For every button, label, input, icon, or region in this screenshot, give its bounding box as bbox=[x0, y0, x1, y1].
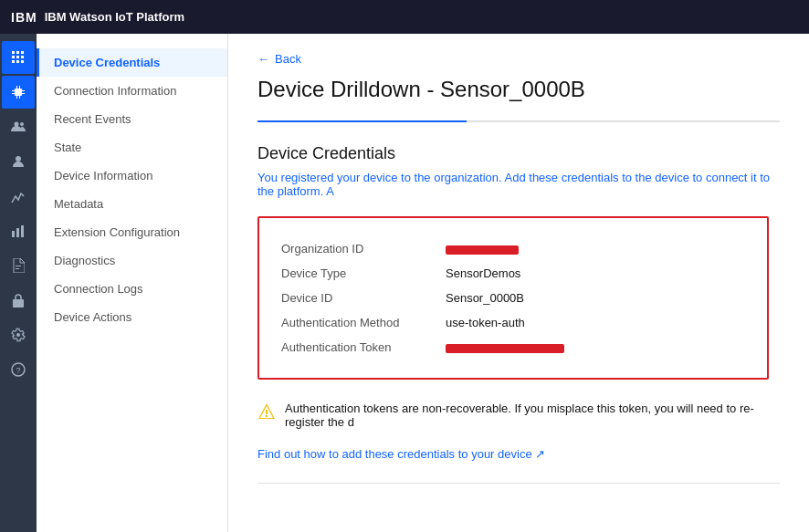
sidebar-item-recent-events[interactable]: Recent Events bbox=[37, 105, 227, 133]
svg-rect-17 bbox=[22, 93, 25, 94]
svg-rect-1 bbox=[16, 51, 19, 54]
main-layout: ? Device Credentials Connection Informat… bbox=[0, 34, 809, 532]
nav-sidebar: Device Credentials Connection Informatio… bbox=[37, 34, 228, 532]
svg-rect-4 bbox=[16, 56, 19, 58]
svg-point-27 bbox=[17, 303, 20, 306]
svg-rect-9 bbox=[15, 89, 22, 96]
svg-rect-13 bbox=[19, 96, 20, 99]
sidebar-item-connection-logs[interactable]: Connection Logs bbox=[37, 275, 227, 303]
cred-row-org-id: Organization ID bbox=[281, 236, 745, 261]
svg-rect-8 bbox=[21, 60, 24, 63]
warning-block: Authentication tokens are non-recoverabl… bbox=[257, 402, 780, 429]
warning-text: Authentication tokens are non-recoverabl… bbox=[285, 402, 780, 429]
cred-row-auth-method: Authentication Method use-token-auth bbox=[281, 310, 745, 335]
sidebar-item-state[interactable]: State bbox=[37, 133, 227, 162]
svg-rect-2 bbox=[21, 51, 24, 54]
cred-value-device-id: Sensor_0000B bbox=[446, 291, 524, 305]
sidebar-item-device-information[interactable]: Device Information bbox=[37, 162, 227, 190]
svg-rect-11 bbox=[19, 86, 20, 89]
cred-value-auth-method: use-token-auth bbox=[446, 316, 525, 329]
svg-rect-24 bbox=[16, 266, 21, 266]
cred-label-device-type: Device Type bbox=[281, 266, 446, 280]
cred-label-auth-token: Authentication Token bbox=[281, 340, 446, 354]
sidebar-icon-chip[interactable] bbox=[2, 76, 35, 109]
svg-rect-12 bbox=[16, 96, 17, 99]
ibm-logo-icon: IBM bbox=[11, 10, 37, 25]
cred-row-device-type: Device Type SensorDemos bbox=[281, 261, 745, 286]
cred-row-device-id: Device ID Sensor_0000B bbox=[281, 286, 745, 310]
svg-rect-31 bbox=[266, 415, 268, 417]
content-area: ← Back Device Drilldown - Sensor_0000B D… bbox=[228, 34, 809, 532]
svg-point-20 bbox=[16, 156, 21, 162]
back-arrow-icon: ← bbox=[257, 52, 269, 66]
sidebar-item-extension-configuration[interactable]: Extension Configuration bbox=[37, 218, 227, 246]
svg-point-18 bbox=[15, 122, 19, 127]
back-link[interactable]: ← Back bbox=[257, 52, 780, 66]
auth-token-redacted bbox=[446, 344, 564, 353]
sidebar-icon-apps[interactable] bbox=[2, 41, 35, 74]
svg-rect-10 bbox=[16, 86, 17, 89]
cred-value-auth-token bbox=[446, 340, 564, 354]
svg-rect-3 bbox=[12, 56, 15, 58]
warning-icon bbox=[257, 402, 276, 425]
svg-rect-14 bbox=[12, 90, 15, 91]
sidebar-icon-help[interactable]: ? bbox=[2, 353, 35, 386]
sidebar-item-device-credentials[interactable]: Device Credentials bbox=[37, 48, 227, 77]
svg-rect-6 bbox=[12, 60, 15, 63]
section-title: Device Credentials bbox=[257, 144, 780, 163]
app-logo: IBM IBM Watson IoT Platform bbox=[11, 10, 184, 25]
top-header: IBM IBM Watson IoT Platform bbox=[0, 0, 809, 34]
svg-point-19 bbox=[20, 122, 24, 126]
sidebar-icon-users[interactable] bbox=[2, 110, 35, 143]
app-title: IBM Watson IoT Platform bbox=[45, 10, 184, 24]
sidebar-item-metadata[interactable]: Metadata bbox=[37, 190, 227, 218]
svg-rect-0 bbox=[12, 51, 15, 54]
svg-rect-21 bbox=[12, 231, 15, 237]
back-label: Back bbox=[275, 52, 301, 66]
svg-rect-25 bbox=[16, 268, 19, 269]
content-inner: ← Back Device Drilldown - Sensor_0000B D… bbox=[228, 34, 809, 502]
cred-label-auth-method: Authentication Method bbox=[281, 316, 446, 329]
sidebar-item-diagnostics[interactable]: Diagnostics bbox=[37, 246, 227, 275]
svg-rect-30 bbox=[266, 410, 268, 414]
svg-rect-15 bbox=[12, 93, 15, 94]
svg-rect-5 bbox=[21, 56, 24, 58]
cred-label-device-id: Device ID bbox=[281, 291, 446, 305]
org-id-redacted bbox=[446, 245, 519, 255]
svg-rect-22 bbox=[16, 228, 19, 237]
sidebar-icon-person[interactable] bbox=[2, 145, 35, 178]
sidebar-icon-lock[interactable] bbox=[2, 284, 35, 317]
svg-rect-16 bbox=[22, 90, 25, 91]
find-out-credentials-link[interactable]: Find out how to add these credentials to… bbox=[257, 447, 780, 461]
svg-rect-7 bbox=[16, 60, 19, 63]
svg-text:?: ? bbox=[16, 366, 21, 375]
sidebar-item-connection-information[interactable]: Connection Information bbox=[37, 77, 227, 105]
cred-value-org-id bbox=[446, 242, 519, 256]
sidebar-icon-settings[interactable] bbox=[2, 318, 35, 351]
svg-rect-23 bbox=[21, 225, 24, 237]
section-subtitle: You registered your device to the organi… bbox=[257, 171, 780, 198]
section-divider bbox=[257, 120, 780, 122]
cred-value-device-type: SensorDemos bbox=[446, 266, 520, 280]
credentials-box: Organization ID Device Type SensorDemos … bbox=[257, 216, 769, 380]
sidebar-icon-analytics[interactable] bbox=[2, 180, 35, 213]
sidebar-item-device-actions[interactable]: Device Actions bbox=[37, 303, 227, 331]
cred-row-auth-token: Authentication Token bbox=[281, 335, 745, 360]
cred-label-org-id: Organization ID bbox=[281, 242, 446, 256]
sidebar-icon-document[interactable] bbox=[2, 249, 35, 282]
bottom-divider bbox=[257, 483, 780, 484]
sidebar-icon-chart[interactable] bbox=[2, 214, 35, 247]
page-title: Device Drilldown - Sensor_0000B bbox=[257, 77, 780, 102]
sidebar-icons: ? bbox=[0, 34, 37, 532]
